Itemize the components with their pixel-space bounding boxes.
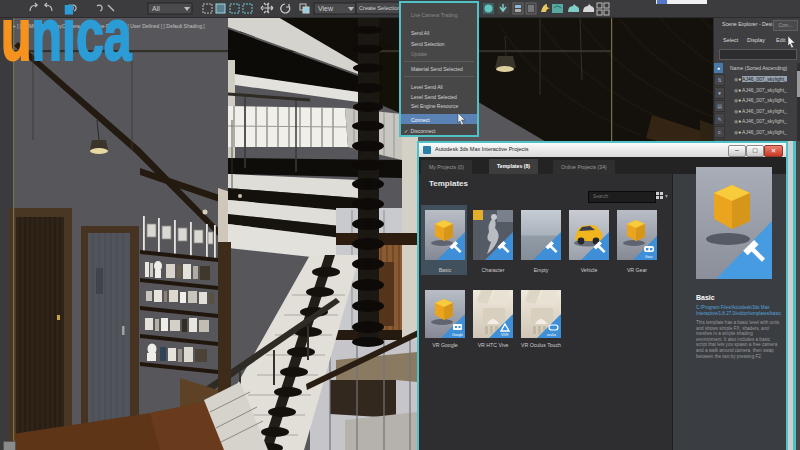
svg-text:VIVE: VIVE bbox=[501, 333, 508, 337]
svg-text:Google: Google bbox=[452, 333, 463, 337]
svg-text:Gear: Gear bbox=[645, 255, 653, 259]
svg-text:oculus: oculus bbox=[547, 333, 557, 337]
svg-text:All: All bbox=[152, 5, 160, 12]
svg-text:View: View bbox=[318, 5, 334, 12]
